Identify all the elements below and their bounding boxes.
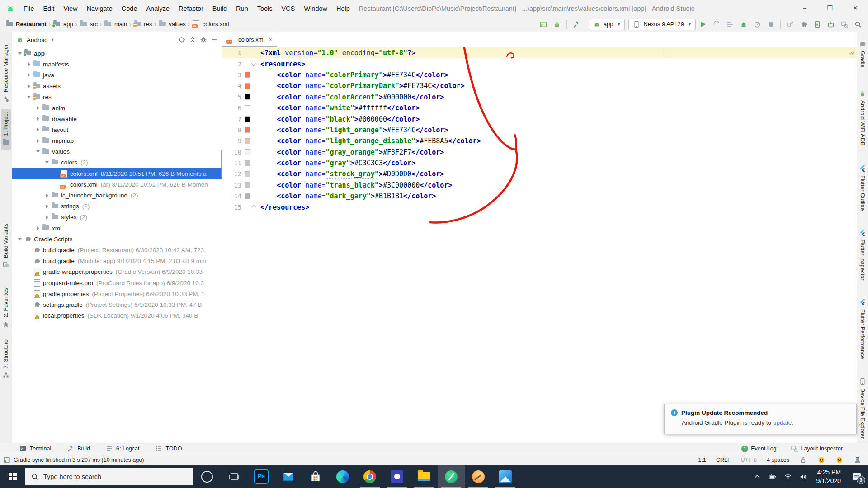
notification-popup[interactable]: i Plugin Update Recommended Android Grad… [664,404,857,434]
gutter-color-swatch[interactable] [245,94,250,100]
tree-row-layout[interactable]: layout [12,124,222,135]
menu-edit[interactable]: Edit [38,5,59,12]
tool-button-device-file-explorer[interactable]: Device File Explorer [858,375,867,441]
minimize-button[interactable]: – [792,0,817,17]
code-editor[interactable]: 1<?xml version="1.0" encoding="utf-8"?>2… [222,47,857,443]
tree-right-arrow-icon[interactable] [44,216,50,219]
maximize-button[interactable]: ☐ [817,0,843,17]
taskbar-app-photos[interactable] [492,465,519,488]
fold-marker-icon[interactable] [250,62,257,66]
tree-row-gradle-properties[interactable]: gradle.properties(Project Properties) 6/… [12,288,222,299]
tree-row-anim[interactable]: anim [12,103,222,113]
tool-button-flutter-outline[interactable]: Flutter Outline [858,162,867,214]
code-line-7[interactable]: 7 <color name="black">#000000</color> [222,113,857,124]
menu-tools[interactable]: Tools [253,5,277,12]
menu-window[interactable]: Window [299,5,332,12]
tree-right-arrow-icon[interactable] [35,226,41,230]
code-line-4[interactable]: 4 <color name="colorPrimaryDark">#FE734C… [222,80,857,91]
tree-row-app[interactable]: app [12,48,222,59]
tree-right-arrow-icon[interactable] [35,139,41,143]
tree-right-arrow-icon[interactable] [35,128,41,131]
taskbar-app-android-studio[interactable] [438,465,465,488]
tree-down-arrow-icon[interactable] [26,96,32,98]
code-line-12[interactable]: 12 <color name="strock_gray">#D0D0D0</co… [222,169,857,179]
gutter-color-swatch[interactable] [245,72,250,78]
tree-scrollbar-thumb[interactable] [221,150,222,178]
taskbar-app-mail[interactable] [275,465,302,488]
taskbar-app-task-view[interactable] [221,465,248,488]
taskbar-app-file-explorer[interactable] [410,465,438,488]
menu-vcs[interactable]: VCS [277,5,300,12]
tree-row-colors-xml[interactable]: <>colors.xml(ar) 8/11/2020 10:51 PM, 626… [12,179,222,190]
tree-right-arrow-icon[interactable] [35,106,41,110]
tree-right-arrow-icon[interactable] [35,117,41,121]
gutter-color-swatch[interactable] [245,160,250,166]
taskbar-clock[interactable]: 4:25 PM 9/1/2020 [816,468,841,484]
tree-right-arrow-icon[interactable] [26,73,32,77]
event-log-button[interactable]: 1 Event Log [741,446,776,452]
inspection-ok-icon[interactable]: ✓✓ [849,50,853,56]
menu-refactor[interactable]: Refactor [174,5,208,12]
layout-inspector-button[interactable] [839,19,850,30]
tree-row-build-gradle[interactable]: build.gradle(Project: Restaurant) 6/30/2… [12,244,222,255]
tree-row-local-properties[interactable]: local.properties(SDK Location) 9/1/2020 … [12,310,222,321]
gutter-color-swatch[interactable] [245,105,250,111]
tree-row-strings[interactable]: strings(2) [12,201,222,212]
code-line-2[interactable]: 2<resources> [222,58,857,69]
taskbar-app-movies[interactable] [383,465,410,488]
code-line-15[interactable]: 15</resources> [222,202,857,212]
close-button[interactable]: ✕ [843,0,868,17]
code-line-5[interactable]: 5 <color name="colorAccent">#000000</col… [222,92,857,103]
tree-down-arrow-icon[interactable] [17,238,23,240]
make-project-button[interactable] [571,19,582,30]
menu-code[interactable]: Code [117,5,142,12]
tool-button-2-favorites[interactable]: 2: Favorites [1,285,11,331]
gear-icon[interactable] [199,36,208,44]
status-message[interactable]: Gradle sync finished in 3 s 207 ms (10 m… [14,457,144,463]
taskbar-app-store[interactable] [302,465,329,488]
search-everywhere-button[interactable] [853,19,863,30]
toolwindow-todo[interactable]: TODO [155,445,182,453]
taskbar-app-paint[interactable] [465,465,492,488]
hide-panel-icon[interactable] [210,36,218,44]
tree-row-xml[interactable]: xml [12,223,222,234]
device-select[interactable]: Nexus 9 API 29 ▼ [628,19,696,30]
taskbar-app-edge[interactable] [329,465,356,488]
gutter-color-swatch[interactable] [245,149,250,155]
toolwindow-terminal[interactable]: Terminal [19,445,51,453]
start-button[interactable] [0,465,25,488]
gutter-color-swatch[interactable] [245,193,250,199]
debug-button[interactable] [738,19,749,30]
menu-analyze[interactable]: Analyze [142,5,174,12]
code-line-10[interactable]: 10 <color name="gray_orange">#F3F2F7</co… [222,147,857,158]
tool-button-flutter-inspector[interactable]: Flutter Inspector [858,226,867,283]
tree-row-manifests[interactable]: manifests [12,59,222,70]
layout-inspector-button[interactable]: Layout Inspector [790,445,843,453]
wifi-icon[interactable] [784,473,792,481]
smiley-face-icon[interactable] [817,456,826,464]
menu-navigate[interactable]: Navigate [82,5,117,12]
sync-gradle-button[interactable] [798,19,809,30]
notification-center-button[interactable]: 3 [850,470,863,483]
caret-position-widget[interactable]: 1:1 [698,457,706,463]
tree-right-arrow-icon[interactable] [26,84,32,88]
volume-icon[interactable] [799,473,807,481]
toolwindow-6-logcat[interactable]: 6: Logcat [105,445,139,453]
breadcrumb-restaurant[interactable]: Restaurant [5,20,47,28]
breadcrumb-app[interactable]: app [53,20,73,28]
code-line-1[interactable]: 1<?xml version="1.0" encoding="utf-8"?> [222,47,857,58]
gutter-color-swatch[interactable] [245,83,250,89]
stop-button[interactable] [765,19,776,30]
indent-widget[interactable]: 4 spaces [767,457,789,463]
lock-icon[interactable] [799,456,807,464]
tree-row-proguard-rules-pro[interactable]: proguard-rules.pro(ProGuard Rules for ap… [12,277,222,288]
menu-view[interactable]: View [59,5,82,12]
tree-down-arrow-icon[interactable] [44,161,50,164]
tree-row-settings-gradle[interactable]: settings.gradle(Project Settings) 6/9/20… [12,299,222,310]
apply-changes-button[interactable] [711,19,722,30]
breadcrumb-res[interactable]: res [133,20,152,28]
collapse-all-icon[interactable] [189,36,197,44]
tree-right-arrow-icon[interactable] [44,194,50,197]
tree-row-assets[interactable]: assets [12,81,222,92]
tree-right-arrow-icon[interactable] [26,62,32,66]
